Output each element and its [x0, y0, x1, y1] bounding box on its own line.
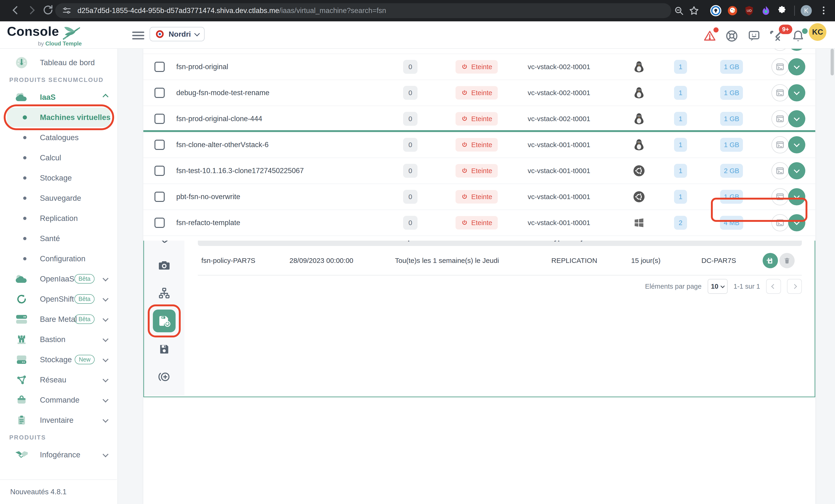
sidebar-item-calcul[interactable]: Calcul [0, 147, 117, 168]
policy-date: 28/09/2023 00:00:00 [289, 257, 353, 264]
table-row[interactable]: fsn-refacto-template 0 Eteinte vc-vstack… [143, 210, 815, 236]
row-checkbox[interactable] [155, 62, 165, 72]
brand-subtitle: Cloud Temple [45, 40, 82, 47]
sidebar-item-reseau[interactable]: Réseau [0, 370, 117, 390]
sidebar-item-dashboard[interactable]: Tableau de bord [0, 53, 117, 73]
page-size-select[interactable]: 10 [708, 279, 728, 294]
zoom-out-icon[interactable] [674, 5, 685, 16]
console-button[interactable] [771, 110, 789, 127]
row-checkbox[interactable] [155, 166, 165, 176]
sidebar-item-bastion[interactable]: Bastion [0, 329, 117, 349]
expand-row-button[interactable] [788, 162, 805, 179]
console-button[interactable] [771, 136, 789, 154]
url-bar[interactable]: d25a7d5d-1855-4cd4-955b-d57ad3771474.shi… [55, 3, 671, 18]
brand-by: by [38, 40, 45, 47]
sidebar-item-infogerance[interactable]: Infogérance [0, 445, 117, 465]
feedback-chat-icon[interactable] [747, 29, 761, 43]
bookmark-star-icon[interactable] [688, 5, 699, 16]
main-content: fsn-prod-original 0 Eteinte vc-vstack-00… [118, 48, 835, 504]
expand-row-button[interactable] [788, 214, 805, 231]
snapshot-count-badge: 0 [403, 190, 418, 204]
policy-run-button[interactable] [762, 253, 778, 268]
tab-save-icon[interactable] [158, 343, 170, 355]
snapshot-count-badge: 0 [403, 164, 418, 178]
snapshot-count-badge: 0 [403, 60, 418, 74]
tab-network-sitemap-icon[interactable] [158, 287, 170, 299]
expand-row-button[interactable] [788, 188, 805, 205]
sidebar-footer-version[interactable]: Nouveautés 4.8.1 [0, 479, 117, 504]
tools-icon[interactable]: 9+ [768, 29, 782, 43]
flame-extension-icon[interactable] [760, 5, 771, 16]
tab-snapshot-camera-icon[interactable] [158, 259, 170, 271]
sidebar-item-inventaire[interactable]: Inventaire [0, 410, 117, 430]
policy-delete-button[interactable] [779, 253, 795, 268]
expand-row-button[interactable] [788, 136, 805, 154]
sidebar-item-sante[interactable]: Santé [0, 228, 117, 248]
sidebar-item-sauvegarde[interactable]: Sauvegarde [0, 188, 117, 208]
vm-name: debug-fsn-mode-test-rename [176, 89, 269, 97]
sidebar-item-stockage[interactable]: Stockage [0, 168, 117, 188]
table-row-partial-top [143, 48, 815, 54]
table-row[interactable]: pbt-fsn-no-overwrite 0 Eteinte vc-vstack… [143, 184, 815, 210]
status-badge: Eteinte [455, 138, 498, 152]
row-checkbox[interactable] [155, 218, 165, 228]
sidebar-item-replication[interactable]: Replication [0, 208, 117, 228]
cpu-count-badge: 1 [674, 164, 687, 178]
alerts-warning-icon[interactable] [703, 29, 717, 42]
table-row[interactable]: debug-fsn-mode-test-rename 0 Eteinte vc-… [143, 80, 815, 106]
console-button[interactable] [771, 188, 789, 205]
row-checkbox[interactable] [155, 88, 165, 98]
sidebar-item-commande[interactable]: Commande [0, 390, 117, 410]
user-avatar[interactable]: KC [809, 23, 827, 41]
browser-profile-avatar[interactable]: K [801, 5, 812, 16]
browser-back-icon[interactable] [9, 4, 21, 16]
ram-badge: 2 GB [720, 164, 743, 178]
table-row[interactable]: fsn-clone-alter-otherVstack-6 0 Eteinte … [143, 132, 815, 158]
support-lifebuoy-icon[interactable] [725, 29, 738, 43]
table-row[interactable]: fsn-prod-original-clone-444 0 Eteinte vc… [143, 106, 815, 132]
table-row[interactable]: fsn-test-10.1.16.3-clone1727450225067 0 … [143, 158, 815, 184]
policy-sites: DC-PAR7S [701, 257, 736, 264]
row-checkbox[interactable] [155, 114, 165, 124]
browser-reload-icon[interactable] [42, 4, 54, 16]
status-badge: Eteinte [455, 86, 498, 100]
page-scrollbar-thumb[interactable] [831, 49, 834, 76]
tab-backup-policies-active[interactable] [153, 309, 176, 332]
site-settings-icon[interactable] [62, 6, 72, 15]
status-badge: Eteinte [455, 216, 498, 229]
expand-row-button[interactable] [788, 58, 805, 76]
ram-badge: 1 GB [720, 138, 743, 152]
sidebar-item-openshift[interactable]: OpenShift Bêta [0, 289, 117, 309]
row-checkbox[interactable] [155, 191, 165, 202]
console-button[interactable] [771, 214, 789, 231]
table-row[interactable]: fsn-prod-original 0 Eteinte vc-vstack-00… [143, 54, 815, 80]
expand-row-button[interactable] [788, 110, 805, 127]
console-button[interactable] [771, 162, 789, 179]
chrome-menu-icon[interactable] [818, 5, 829, 16]
next-page-button[interactable] [787, 279, 802, 294]
divider [198, 275, 802, 276]
sidebar-item-machines-virtuelles[interactable]: Machines virtuelles [0, 107, 117, 127]
tab-add-snapshot-icon[interactable] [158, 371, 171, 383]
extensions-puzzle-icon[interactable] [777, 5, 787, 16]
sidebar-item-configuration[interactable]: Configuration [0, 248, 117, 269]
policy-row[interactable]: fsn-policy-PAR7S 28/09/2023 00:00:00 Tou… [198, 246, 802, 275]
expand-row-button[interactable] [788, 84, 805, 101]
notifications-bell-icon[interactable] [791, 29, 805, 43]
sidebar-item-openiaas[interactable]: OpenIaaS Bêta [0, 269, 117, 289]
console-button[interactable] [771, 58, 789, 76]
tenant-selector[interactable]: Nordri [149, 27, 205, 41]
menu-hamburger-icon[interactable] [132, 30, 144, 41]
ublock-extension-icon[interactable]: UO [744, 5, 755, 16]
sidebar-item-iaas[interactable]: IaaS [0, 87, 117, 107]
sidebar-item-stockage-produit[interactable]: Stockage New [0, 349, 117, 370]
sidebar-item-baremetal[interactable]: Bare Metal Bêta [0, 309, 117, 329]
browser-forward-icon[interactable] [26, 4, 38, 16]
prev-page-button[interactable] [766, 279, 781, 294]
clipboard-icon [14, 414, 29, 426]
row-checkbox[interactable] [155, 140, 165, 150]
sidebar-item-catalogues[interactable]: Catalogues [0, 127, 117, 147]
duckduckgo-extension-icon[interactable] [727, 5, 738, 16]
password-manager-extension-icon[interactable] [710, 5, 721, 16]
console-button[interactable] [771, 84, 789, 101]
